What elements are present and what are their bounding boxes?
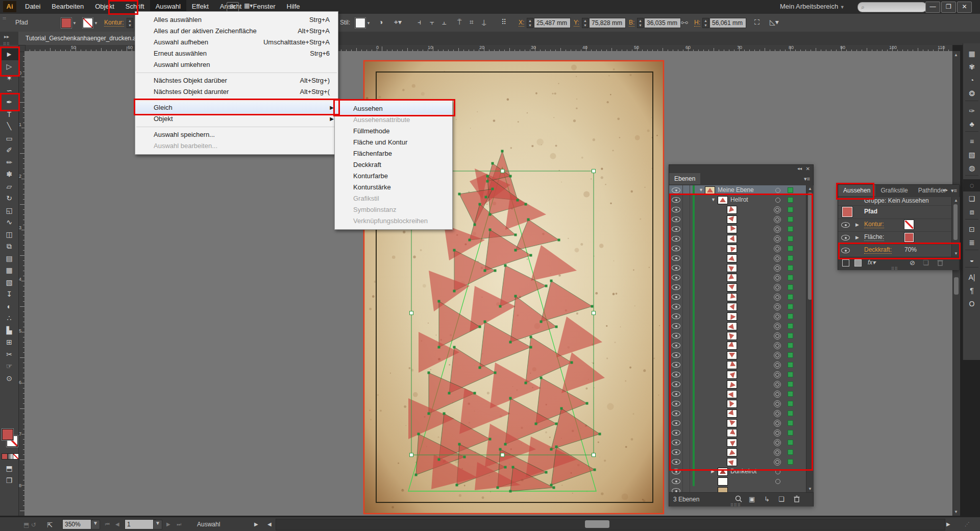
- group-name[interactable]: Dunkelrot: [730, 467, 756, 476]
- stroke-panel-icon[interactable]: ≡: [963, 135, 980, 148]
- layer-visibility-eye-icon[interactable]: [672, 265, 680, 271]
- target-circle-icon[interactable]: [774, 381, 781, 388]
- layer-row-path[interactable]: [669, 205, 813, 215]
- gleich-item-deckkraft[interactable]: Deckkraft: [335, 159, 452, 171]
- layer-row-path[interactable]: [669, 224, 813, 234]
- anchor-point[interactable]: [525, 203, 527, 206]
- layer-row-path[interactable]: [669, 360, 813, 370]
- anchor-point[interactable]: [555, 423, 558, 425]
- target-circle-icon[interactable]: [774, 255, 781, 262]
- target-circle-icon[interactable]: [774, 429, 781, 437]
- layer-visibility-eye-icon[interactable]: [672, 343, 680, 348]
- layer-row-path[interactable]: [669, 282, 813, 293]
- fill-expander-icon[interactable]: ▶: [855, 233, 859, 243]
- layer-row-path[interactable]: [669, 438, 813, 448]
- layer-row-path[interactable]: [669, 331, 813, 341]
- layer-visibility-eye-icon[interactable]: [672, 401, 680, 406]
- direct-selection-tool[interactable]: ▷: [0, 61, 18, 73]
- layer-row-path[interactable]: [669, 447, 813, 457]
- target-circle-icon[interactable]: [774, 410, 781, 417]
- layer-row-hilfslinie[interactable]: [669, 476, 813, 487]
- reference-point-grid-icon[interactable]: ⠿: [501, 18, 506, 26]
- link-dimensions-icon[interactable]: ⧟: [681, 18, 688, 27]
- minimize-button[interactable]: —: [925, 2, 940, 13]
- anchor-point[interactable]: [514, 295, 517, 298]
- stroke-color-swatch[interactable]: [83, 18, 93, 28]
- new-stroke-icon[interactable]: [842, 259, 849, 267]
- path-thumbnail[interactable]: [727, 380, 737, 389]
- scale-tool[interactable]: ◱: [0, 205, 18, 216]
- share-icon[interactable]: ⇱: [47, 521, 53, 529]
- layer-thumbnail[interactable]: [718, 487, 728, 492]
- navigator-panel-icon[interactable]: ◒: [963, 254, 980, 266]
- anchor-point[interactable]: [540, 321, 543, 323]
- width-stepper[interactable]: ▲▼: [637, 18, 644, 28]
- line-segment-tool[interactable]: ╲: [0, 120, 18, 132]
- search-input[interactable]: ⌕: [857, 2, 927, 12]
- anchor-point[interactable]: [499, 448, 502, 451]
- layer-row-path[interactable]: [669, 263, 813, 273]
- anchor-point[interactable]: [458, 443, 461, 446]
- appearance-item-row[interactable]: Pfad: [838, 205, 959, 219]
- menu-datei[interactable]: Datei: [19, 0, 46, 13]
- height-stepper[interactable]: ▲▼: [702, 18, 709, 28]
- layer-visibility-eye-icon[interactable]: [672, 488, 680, 492]
- auswahl-item-alles-auswählen[interactable]: Alles auswählenStrg+A: [135, 14, 338, 26]
- anchor-point[interactable]: [527, 219, 530, 221]
- style-swatch[interactable]: [355, 18, 365, 28]
- layer-visibility-eye-icon[interactable]: [672, 469, 680, 474]
- layer-row-path[interactable]: [669, 379, 813, 390]
- anchor-point[interactable]: [517, 199, 519, 202]
- path-thumbnail[interactable]: [727, 419, 737, 427]
- artboard-dropdown-arrow[interactable]: ▼: [153, 520, 162, 529]
- layer-visibility-eye-icon[interactable]: [672, 246, 680, 251]
- target-circle-icon[interactable]: [774, 361, 781, 369]
- selection-tool[interactable]: ►: [0, 49, 18, 60]
- appearance-panel-icon[interactable]: ◌: [963, 179, 980, 191]
- anchor-point[interactable]: [497, 487, 499, 489]
- opacity-visibility-eye-icon[interactable]: [841, 248, 850, 253]
- path-thumbnail[interactable]: [727, 351, 737, 359]
- target-circle-icon[interactable]: [774, 294, 781, 301]
- appearance-scroll-up-icon[interactable]: ▲: [954, 198, 958, 203]
- anchor-point[interactable]: [479, 367, 481, 369]
- layer-row-meineebene[interactable]: ▼Meine Ebene: [669, 185, 813, 196]
- path-thumbnail[interactable]: [727, 206, 737, 214]
- clear-appearance-icon[interactable]: ⊘: [910, 259, 915, 267]
- target-circle-icon[interactable]: [774, 245, 781, 252]
- stroke-weight-label[interactable]: Kontur:: [104, 19, 124, 27]
- brushes-panel-icon[interactable]: ✑: [963, 105, 980, 117]
- layer-visibility-eye-icon[interactable]: [672, 304, 680, 309]
- layer-name[interactable]: Meine Ebene: [718, 185, 754, 195]
- kuler-panel-icon[interactable]: ❂: [963, 87, 980, 100]
- draw-normal-mode-icon[interactable]: ⬒: [0, 463, 18, 474]
- layer-thumbnail[interactable]: [705, 186, 715, 195]
- color-guide-panel-icon[interactable]: ◔: [963, 74, 980, 86]
- fill-attribute-label[interactable]: Fläche:: [864, 233, 884, 241]
- shape-builder-tool[interactable]: ⧉: [0, 240, 18, 252]
- target-circle-icon[interactable]: [774, 391, 781, 398]
- anchor-point[interactable]: [504, 264, 507, 267]
- layer-visibility-eye-icon[interactable]: [672, 255, 680, 261]
- artboard-tool[interactable]: ⊞: [0, 336, 18, 348]
- gleich-item-füllmethode[interactable]: Füllmethode: [335, 126, 452, 137]
- bounding-box-handle[interactable]: [501, 170, 504, 173]
- target-circle-icon[interactable]: [775, 198, 780, 203]
- hscroll-right-icon[interactable]: ▶: [946, 521, 950, 527]
- layer-row-path[interactable]: [669, 350, 813, 360]
- anchor-point[interactable]: [463, 456, 466, 458]
- layer-visibility-eye-icon[interactable]: [672, 216, 680, 222]
- fill-swatch[interactable]: [904, 233, 914, 242]
- collapsed-triangle-icon[interactable]: ▶: [711, 467, 715, 476]
- y-stepper[interactable]: ▲▼: [582, 18, 589, 28]
- guide-thumbnail[interactable]: [718, 477, 728, 486]
- layer-visibility-eye-icon[interactable]: [672, 420, 680, 426]
- anchor-point[interactable]: [509, 397, 512, 400]
- layer-visibility-eye-icon[interactable]: [672, 478, 680, 484]
- anchor-point[interactable]: [428, 413, 430, 415]
- layer-row-path[interactable]: [669, 292, 813, 302]
- pathfinder-panel-icon[interactable]: ⧈: [963, 206, 980, 218]
- eraser-tool[interactable]: ▱: [0, 181, 18, 192]
- new-layer-icon[interactable]: ❏: [778, 495, 785, 503]
- anchor-point[interactable]: [489, 213, 492, 216]
